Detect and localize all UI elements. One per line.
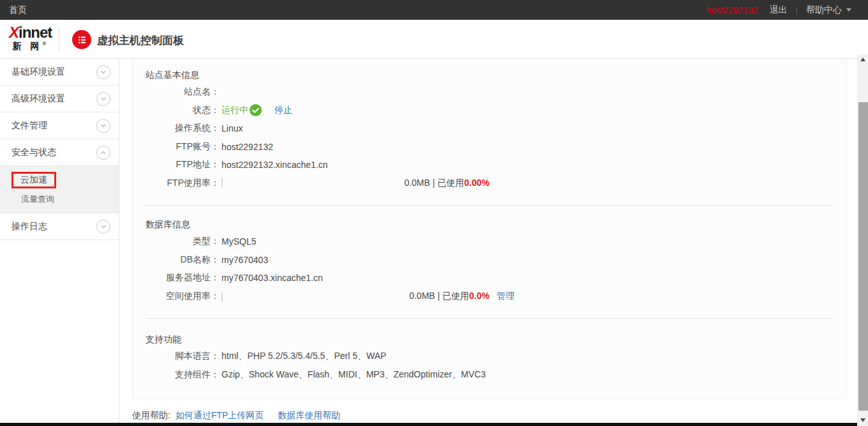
help-links-row: 使用帮助: 如何通过FTP上传网页 数据库使用帮助 [132, 409, 340, 422]
field-value: host2292132.xincache1.cn [221, 160, 328, 170]
server-panel-icon [72, 30, 91, 49]
info-row-os: 操作系统： Linux [133, 119, 846, 138]
sidebar-item-basic-env[interactable]: 基础环境设置 [0, 59, 119, 86]
field-value: html、PHP 5.2/5.3/5.4/5.5、Perl 5、WAP [221, 351, 386, 362]
field-label: 操作系统： [133, 123, 220, 134]
scroll-up-icon [860, 57, 865, 61]
usage-prefix: 0.0MB | 已使用 [404, 178, 464, 188]
scroll-down-icon [860, 418, 865, 422]
field-label: 空间使用率： [133, 291, 220, 302]
chevron-down-circle-icon [96, 92, 110, 106]
field-value: my7670403.xincache1.cn [221, 273, 323, 283]
field-value: host2292132 [221, 142, 273, 152]
sidebar-submenu-security: 云加速 流量查询 [0, 166, 119, 213]
info-row-components: 支持组件： Gzip、Shock Wave、Flash、MIDI、MP3、Zen… [133, 366, 846, 384]
topbar-divider: | [796, 5, 798, 15]
stop-site-link[interactable]: 停止 [274, 105, 292, 116]
field-label: 脚本语言： [133, 351, 220, 362]
usage-percent: 0.0% [469, 291, 490, 301]
logout-link[interactable]: 退出 [770, 4, 788, 16]
section-site-basic-info: 站点基本信息 站点名： 状态： 运行中 停止 操作系统： Linux FTP账号… [133, 59, 846, 192]
help-center-menu[interactable]: 帮助中心 [806, 4, 851, 16]
main-content: 站点基本信息 站点名： 状态： 运行中 停止 操作系统： Linux FTP账号… [119, 59, 857, 426]
sidebar-item-advanced-env[interactable]: 高级环境设置 [0, 86, 119, 112]
header: Xinnet 新 网® 虚拟主机控制面板 [0, 20, 868, 59]
server-lines-glyph [77, 34, 87, 45]
chevron-down-icon [846, 8, 851, 11]
logo-chinese: 新 网® [9, 41, 50, 52]
chevron-down-circle-icon [96, 119, 110, 133]
field-label: 类型： [133, 236, 220, 247]
info-row-site-name: 站点名： [133, 83, 846, 102]
logo-latin: Xinnet [9, 25, 50, 40]
account-name: host2292132 [707, 5, 758, 15]
logo-x: X [9, 24, 19, 41]
home-link[interactable]: 首页 [9, 4, 27, 16]
scrollbar-down-button[interactable] [857, 415, 868, 425]
field-label: FTP地址： [133, 159, 220, 171]
chevron-down-circle-icon [96, 65, 110, 79]
field-label: 状态： [133, 105, 220, 116]
usage-text: 0.0MB | 已使用0.00% [223, 178, 490, 189]
info-row-ftp-usage: FTP使用率： 0.0MB | 已使用0.00% [133, 174, 846, 193]
sidebar-item-security-status[interactable]: 安全与状态 [0, 139, 119, 166]
sidebar: 基础环境设置 高级环境设置 文件管理 安全与状态 云加速 流量查询 操作日志 [0, 59, 119, 426]
usage-percent: 0.00% [464, 178, 490, 188]
footer-bar [0, 423, 857, 426]
chevron-up-circle-icon [96, 146, 110, 160]
topbar: 首页 host2292132 退出 | 帮助中心 [0, 0, 868, 20]
field-label: 站点名： [133, 86, 220, 98]
section-supported-features: 支持功能 脚本语言： html、PHP 5.2/5.3/5.4/5.5、Perl… [133, 319, 846, 384]
page-title: 虚拟主机控制面板 [97, 33, 184, 48]
site-info-card: 站点基本信息 站点名： 状态： 运行中 停止 操作系统： Linux FTP账号… [132, 59, 847, 399]
field-label: 服务器地址： [133, 272, 220, 284]
xinnet-logo: Xinnet 新 网® [9, 25, 50, 52]
section-title: 数据库信息 [133, 216, 846, 232]
logo-rest: innet [19, 24, 52, 41]
sidebar-item-traffic-query[interactable]: 流量查询 [21, 194, 119, 205]
info-row-script-languages: 脚本语言： html、PHP 5.2/5.3/5.4/5.5、Perl 5、WA… [133, 347, 846, 366]
field-label: DB名称： [133, 254, 220, 266]
help-prefix: 使用帮助: [132, 410, 170, 422]
field-value: Gzip、Shock Wave、Flash、MIDI、MP3、ZendOptim… [221, 369, 486, 381]
sidebar-item-operation-log[interactable]: 操作日志 [0, 213, 119, 240]
status-running-text: 运行中 [221, 105, 248, 116]
info-row-db-server: 服务器地址： my7670403.xincache1.cn [133, 269, 846, 287]
usage-prefix: 0.0MB | 已使用 [409, 291, 469, 301]
chevron-down-circle-icon [96, 220, 110, 234]
section-title: 支持功能 [133, 331, 846, 347]
field-label: FTP账号： [133, 141, 220, 153]
registered-mark: ® [42, 41, 46, 47]
info-row-ftp-address: FTP地址： host2292132.xincache1.cn [133, 156, 846, 174]
info-row-db-type: 类型： MySQL5 [133, 232, 846, 251]
scrollbar-up-button[interactable] [857, 54, 868, 65]
info-row-status: 状态： 运行中 停止 [133, 102, 846, 120]
section-database-info: 数据库信息 类型： MySQL5 DB名称： my7670403 服务器地址： … [133, 206, 846, 305]
field-value: my7670403 [221, 255, 268, 265]
ftp-upload-help-link[interactable]: 如何通过FTP上传网页 [176, 410, 264, 422]
sidebar-item-cloud-acceleration[interactable]: 云加速 [11, 172, 56, 188]
info-row-db-usage: 空间使用率： 0.0MB | 已使用0.0% 管理 [133, 287, 846, 306]
info-row-db-name: DB名称： my7670403 [133, 251, 846, 270]
db-manage-link[interactable]: 管理 [497, 291, 514, 302]
help-center-label: 帮助中心 [806, 4, 842, 16]
field-value: MySQL5 [221, 236, 256, 247]
usage-text: 0.0MB | 已使用0.0% [223, 291, 490, 302]
info-row-ftp-account: FTP账号： host2292132 [133, 138, 846, 156]
header-divider [59, 27, 59, 52]
database-help-link[interactable]: 数据库使用帮助 [278, 410, 340, 422]
vertical-scrollbar[interactable] [857, 54, 868, 426]
scrollbar-thumb[interactable] [858, 102, 868, 411]
field-label: 支持组件： [133, 369, 220, 381]
section-title: 站点基本信息 [133, 66, 846, 83]
field-label: FTP使用率： [133, 178, 220, 189]
topbar-right: host2292132 退出 | 帮助中心 [707, 0, 851, 20]
check-circle-icon [250, 104, 262, 116]
sidebar-item-file-manage[interactable]: 文件管理 [0, 112, 119, 139]
field-value: Linux [221, 123, 243, 133]
